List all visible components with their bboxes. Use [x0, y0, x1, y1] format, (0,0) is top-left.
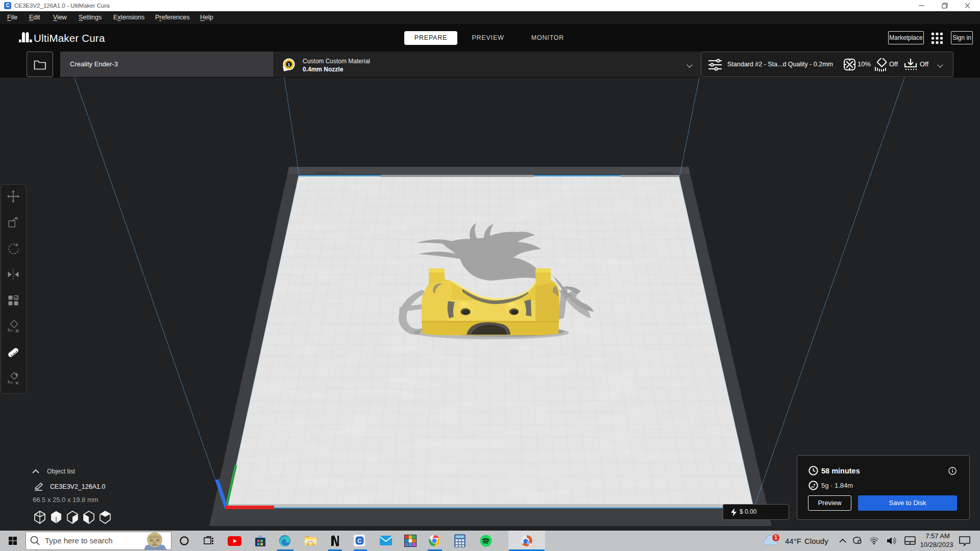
- svg-text:1: 1: [774, 535, 777, 540]
- svg-text:C: C: [357, 538, 361, 544]
